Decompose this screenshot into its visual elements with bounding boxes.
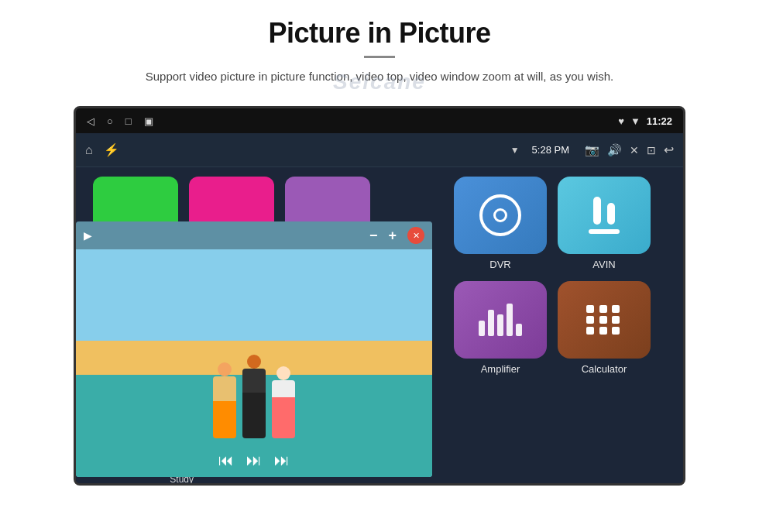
title-divider <box>364 56 395 58</box>
pip-minus-icon[interactable]: − <box>369 228 378 244</box>
toolbar-right: ▼ 5:28 PM 📷 🔊 ✕ ⊡ ↩ <box>510 142 674 157</box>
avin-icon-graphic <box>589 197 620 234</box>
calc-dot-9 <box>612 327 620 335</box>
signal-icon: ▼ <box>630 115 641 127</box>
wifi-toolbar-icon: ▼ <box>510 145 520 156</box>
avin-label: AVIN <box>592 259 615 270</box>
calculator-label: Calculator <box>582 363 627 375</box>
figure-3 <box>272 366 295 438</box>
toolbar-left: ⌂ ⚡ <box>85 142 119 157</box>
volume-toolbar-icon[interactable]: 🔊 <box>607 143 622 157</box>
pip-plus-icon[interactable]: + <box>388 228 397 244</box>
figure-1 <box>213 362 236 438</box>
camera-toolbar-icon[interactable]: 📷 <box>585 143 599 157</box>
dvr-app-item[interactable]: DVR <box>454 177 547 270</box>
calculator-grid <box>586 305 622 335</box>
play-button[interactable]: ⏭ <box>246 451 262 469</box>
next-button[interactable]: ⏭ <box>274 451 290 469</box>
page-header: Picture in Picture Support video picture… <box>0 0 759 106</box>
amplifier-bars <box>479 304 522 336</box>
home-nav-icon[interactable]: ○ <box>107 115 113 127</box>
apps-bottom-row-right: Amplifier <box>454 281 672 375</box>
pip-window[interactable]: ▶ − + ✕ <box>76 221 432 477</box>
calc-dot-1 <box>586 305 594 313</box>
app-grid-area: ▶ − + ✕ <box>76 167 443 486</box>
pip-controls-bar: ▶ − + ✕ <box>76 221 432 249</box>
pip-close-icon: ✕ <box>413 231 420 241</box>
amp-bar-3 <box>497 314 503 336</box>
device-frame: ◁ ○ □ ▣ ♥ ▼ 11:22 ⌂ ⚡ ▼ 5:28 PM 📷 🔊 ✕ ⊡ … <box>74 106 685 486</box>
avin-base <box>589 229 620 234</box>
screenshot-nav-icon[interactable]: ▣ <box>144 115 153 127</box>
beach-scene: ⏮ ⏭ ⏭ <box>76 249 432 477</box>
calculator-app-icon[interactable] <box>558 281 651 359</box>
avin-pin-2 <box>607 203 615 225</box>
back-nav-icon[interactable]: ◁ <box>87 115 94 127</box>
toolbar: ⌂ ⚡ ▼ 5:28 PM 📷 🔊 ✕ ⊡ ↩ <box>76 133 683 167</box>
amp-bar-4 <box>507 304 513 336</box>
avin-app-icon[interactable] <box>558 177 651 254</box>
amp-bar-1 <box>479 321 485 336</box>
status-time: 11:22 <box>647 115 672 127</box>
pip-record-icon[interactable]: ▶ <box>84 229 92 242</box>
page-subtitle: Support video picture in picture functio… <box>108 67 651 86</box>
calc-dot-8 <box>599 327 607 335</box>
dvr-inner-icon <box>493 208 507 222</box>
status-bar-left: ◁ ○ □ ▣ <box>87 115 153 127</box>
pip-container: ▶ − + ✕ <box>76 221 432 477</box>
page-title: Picture in Picture <box>46 17 713 50</box>
dvr-app-icon[interactable] <box>454 177 547 254</box>
dvr-label: DVR <box>489 259 510 270</box>
close-toolbar-icon[interactable]: ✕ <box>630 144 639 156</box>
amplifier-label: Amplifier <box>481 363 520 375</box>
main-content: ▶ − + ✕ <box>76 167 683 486</box>
amplifier-app-item[interactable]: Amplifier <box>454 281 547 375</box>
calc-dot-2 <box>599 305 607 313</box>
calc-dot-6 <box>612 316 620 324</box>
location-icon: ♥ <box>618 115 624 127</box>
calc-dot-4 <box>586 316 594 324</box>
avin-pin-1 <box>593 197 601 225</box>
calculator-app-item[interactable]: Calculator <box>558 281 651 375</box>
calc-dot-5 <box>599 316 607 324</box>
status-bar: ◁ ○ □ ▣ ♥ ▼ 11:22 <box>76 108 683 133</box>
calc-dot-3 <box>612 305 620 313</box>
apps-top-row-right: DVR AVIN <box>454 177 672 270</box>
pip-close-button[interactable]: ✕ <box>407 227 424 244</box>
prev-button[interactable]: ⏮ <box>218 451 234 469</box>
right-apps: DVR AVIN <box>443 167 683 486</box>
recents-nav-icon[interactable]: □ <box>125 115 132 127</box>
toolbar-time: 5:28 PM <box>532 144 569 156</box>
amp-bar-2 <box>488 310 494 336</box>
dvr-circle-icon <box>479 194 521 236</box>
calc-dot-7 <box>586 327 594 335</box>
avin-app-item[interactable]: AVIN <box>558 177 651 270</box>
pip-toolbar-icon[interactable]: ⊡ <box>647 144 656 156</box>
avin-pins <box>593 197 615 225</box>
amp-bar-5 <box>516 324 522 336</box>
amplifier-app-icon[interactable] <box>454 281 547 359</box>
home-icon[interactable]: ⌂ <box>85 143 93 157</box>
status-bar-right: ♥ ▼ 11:22 <box>618 115 672 127</box>
playback-controls: ⏮ ⏭ ⏭ <box>218 451 290 469</box>
figure-2 <box>242 355 266 438</box>
usb-icon[interactable]: ⚡ <box>104 142 119 157</box>
back-toolbar-icon[interactable]: ↩ <box>664 142 674 157</box>
